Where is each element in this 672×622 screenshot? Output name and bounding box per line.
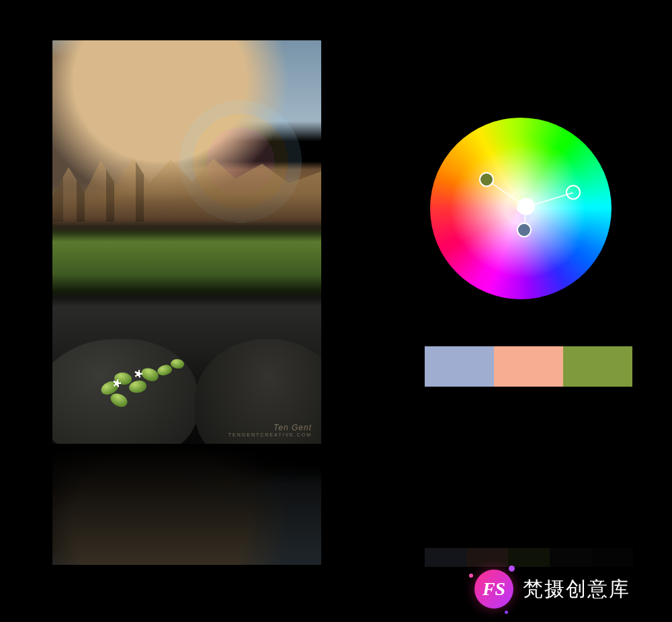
dot-icon xyxy=(469,574,473,578)
photo-signature: Ten Gent TENGENTCREATIVE.COM xyxy=(228,423,312,437)
signature-url: TENGENTCREATIVE.COM xyxy=(228,432,312,437)
swatch-blue[interactable] xyxy=(425,346,494,387)
foreground-plant xyxy=(101,319,203,407)
color-wheel[interactable] xyxy=(430,118,612,299)
mountain-ridge xyxy=(52,157,321,222)
swatch-olive[interactable] xyxy=(563,346,632,387)
signature-name: Ten Gent xyxy=(228,423,312,432)
green-node[interactable] xyxy=(479,172,494,187)
brand-watermark: FS 梵摄创意库 xyxy=(474,570,630,609)
canvas: Ten Gent TENGENTCREATIVE.COM FS 梵摄创意库 xyxy=(0,0,672,622)
dot-icon xyxy=(505,611,508,614)
brand-logo-text: FS xyxy=(482,578,505,600)
dot-icon xyxy=(509,566,515,572)
brand-logo-circle: FS xyxy=(474,570,513,609)
blue-node[interactable] xyxy=(517,223,532,237)
swatch-salmon[interactable] xyxy=(494,346,563,387)
brand-name: 梵摄创意库 xyxy=(523,576,630,603)
photo-reflection xyxy=(52,444,321,565)
pink-node[interactable] xyxy=(566,185,581,200)
center-node[interactable] xyxy=(517,198,535,215)
landscape-photo: Ten Gent TENGENTCREATIVE.COM xyxy=(52,40,321,444)
palette-swatches xyxy=(425,346,632,387)
faint-strip xyxy=(425,548,633,567)
